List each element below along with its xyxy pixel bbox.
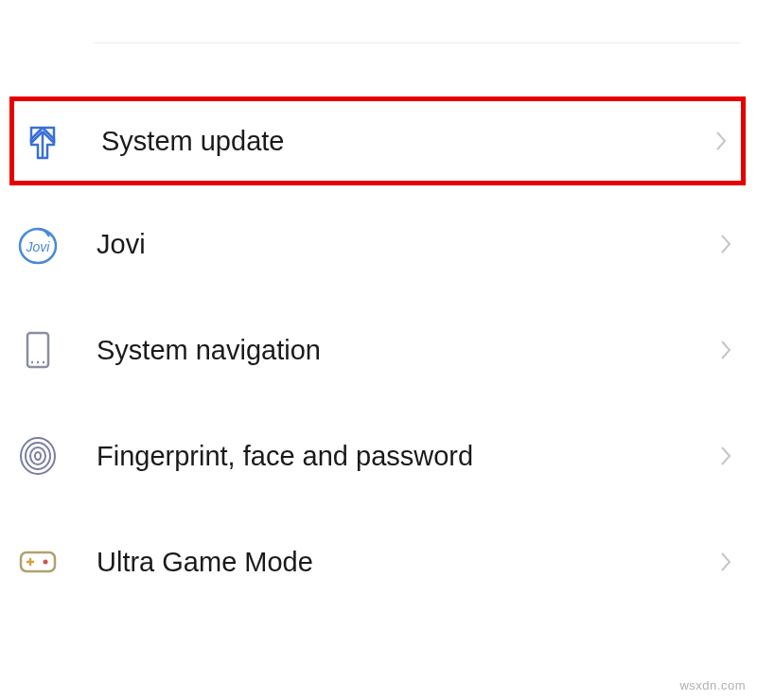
gamepad-icon xyxy=(17,541,59,583)
list-item-ultra-game-mode[interactable]: Ultra Game Mode xyxy=(17,515,740,609)
list-item-label: Ultra Game Mode xyxy=(97,547,717,578)
spacer xyxy=(17,185,740,197)
spacer xyxy=(17,503,740,515)
chevron-right-icon xyxy=(717,443,734,469)
spacer xyxy=(17,291,740,303)
svg-point-8 xyxy=(30,447,45,464)
list-item-jovi[interactable]: Jovi Jovi xyxy=(17,197,740,291)
svg-point-13 xyxy=(44,560,48,565)
divider xyxy=(93,43,740,44)
svg-text:Jovi: Jovi xyxy=(26,239,51,254)
fingerprint-icon xyxy=(17,435,59,477)
list-item-label: System update xyxy=(101,126,713,157)
chevron-right-icon xyxy=(717,231,734,257)
list-item-label: System navigation xyxy=(97,335,717,366)
spacer xyxy=(17,397,740,409)
chevron-right-icon xyxy=(713,128,730,154)
list-item-label: Fingerprint, face and password xyxy=(97,441,717,472)
svg-point-9 xyxy=(35,452,41,460)
list-item-system-navigation[interactable]: System navigation xyxy=(17,303,740,397)
watermark: wsxdn.com xyxy=(679,678,746,692)
list-item-system-update[interactable]: System update xyxy=(9,96,746,185)
phone-icon xyxy=(17,329,59,371)
chevron-right-icon xyxy=(717,337,734,363)
list-item-label: Jovi xyxy=(97,229,717,260)
chevron-right-icon xyxy=(717,549,734,575)
svg-rect-10 xyxy=(21,552,55,571)
list-item-fingerprint[interactable]: Fingerprint, face and password xyxy=(17,409,740,503)
settings-list: System update Jovi Jovi xyxy=(0,0,757,609)
jovi-icon: Jovi xyxy=(17,223,59,265)
arrow-up-icon xyxy=(22,120,63,162)
